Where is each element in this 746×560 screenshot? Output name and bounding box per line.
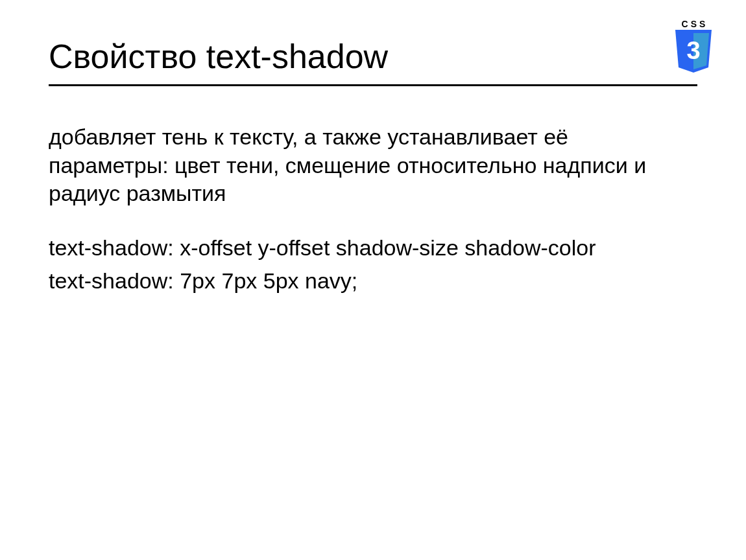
slide: CSS 3 Свойство text-shadow добавляет тен…: [0, 0, 746, 560]
css3-logo-text: CSS: [673, 19, 714, 29]
title-block: Свойство text-shadow: [49, 38, 697, 86]
description-paragraph: добавляет тень к тексту, а также устанав…: [49, 123, 688, 208]
syntax-line: text-shadow: x-offset y-offset shadow-si…: [49, 234, 688, 262]
example-line: text-shadow: 7px 7px 5px navy;: [49, 267, 688, 296]
title-underline: [49, 84, 697, 86]
slide-title: Свойство text-shadow: [49, 38, 697, 76]
slide-body: добавляет тень к тексту, а также устанав…: [49, 123, 688, 321]
